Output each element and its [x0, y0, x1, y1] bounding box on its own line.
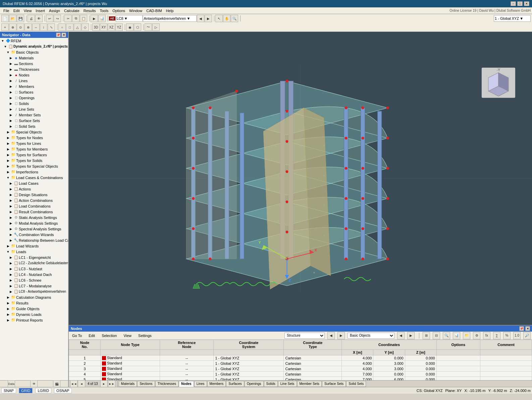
- page-next[interactable]: ►►: [108, 380, 115, 387]
- tree-types-lines[interactable]: ▶ 📁 Types for Lines: [0, 140, 68, 146]
- openings-expand[interactable]: ▶: [8, 95, 13, 101]
- navigator-header-buttons[interactable]: 📌 ✕: [56, 33, 66, 37]
- menu-results[interactable]: Results: [82, 8, 98, 13]
- tab-member-sets[interactable]: Member Sets: [297, 381, 322, 387]
- basic-objects-expand[interactable]: ▼: [5, 49, 11, 55]
- bt8[interactable]: ∑: [493, 332, 500, 339]
- tree-project[interactable]: ▼ 📋 Dynamic analysis_2.rf6* | projects W…: [0, 44, 68, 49]
- tree-solidsets[interactable]: ▶ ◻ Solid Sets: [0, 123, 68, 129]
- tree-solids[interactable]: ▶ ◻ Solids: [0, 101, 68, 106]
- table-row[interactable]: 1 Standard -- 1 - Global XYZ Cartesian 4…: [69, 355, 532, 361]
- maximize-button[interactable]: □: [517, 1, 523, 6]
- col-coord-sys[interactable]: CoordinateSystem: [214, 340, 284, 350]
- bt7[interactable]: fx: [483, 332, 490, 339]
- tool-8[interactable]: ○: [58, 23, 66, 31]
- cut-button[interactable]: ✂: [64, 15, 72, 22]
- lc4-expand[interactable]: ▶: [8, 272, 13, 277]
- bt1[interactable]: ⊞: [423, 332, 430, 339]
- tree-nodes[interactable]: ▶ ● Nodes: [0, 72, 68, 78]
- save-button[interactable]: 💾: [17, 15, 24, 22]
- lc3-expand[interactable]: ▶: [8, 266, 13, 272]
- thicknesses-expand[interactable]: ▶: [8, 66, 13, 72]
- tool-6[interactable]: ↕: [40, 23, 47, 31]
- undo-button[interactable]: ↩: [46, 15, 53, 22]
- pan-button[interactable]: ✋: [223, 15, 230, 22]
- special-objects-expand[interactable]: ▶: [5, 129, 11, 135]
- render-button[interactable]: ◉: [126, 23, 134, 31]
- tree-linesets[interactable]: ▶ / Line Sets: [0, 106, 68, 112]
- tool-3[interactable]: ⊙: [17, 23, 24, 31]
- relationship-expand[interactable]: ▶: [8, 237, 13, 243]
- surfacesets-expand[interactable]: ▶: [8, 118, 13, 123]
- types-special-expand[interactable]: ▶: [5, 163, 11, 169]
- guide-objects-expand[interactable]: ▶: [5, 306, 11, 311]
- menu-edit[interactable]: Edit: [11, 8, 22, 13]
- tree-modal-settings[interactable]: ▶ ⚙ Modal Analysis Settings: [0, 220, 68, 226]
- tree-lc6[interactable]: ▶ 📋 LC6 - Schnee: [0, 277, 68, 283]
- bottom-settings[interactable]: Settings: [136, 333, 154, 338]
- tab-lines[interactable]: Lines: [194, 381, 207, 387]
- tab-members[interactable]: Members: [207, 381, 226, 387]
- close-button[interactable]: ✕: [524, 1, 529, 6]
- tree-load-wizards[interactable]: ▶ 📁 Load Wizards: [0, 243, 68, 249]
- grid-toggle[interactable]: GRID: [19, 388, 33, 393]
- bt4[interactable]: 📊: [453, 332, 460, 339]
- tree-spectral-settings[interactable]: ▶ ⚙ Spectral Analysis Settings: [0, 226, 68, 232]
- table-row[interactable]: 4 Standard -- 1 - Global XYZ Cartesian 7…: [69, 372, 532, 377]
- tree-types-solids[interactable]: ▶ 📁 Types for Solids: [0, 158, 68, 163]
- tab-line-sets[interactable]: Line Sets: [278, 381, 297, 387]
- tab-materials[interactable]: Materials: [119, 381, 137, 387]
- tree-result-combos[interactable]: ▶ 📋 Result Combinations: [0, 209, 68, 215]
- menu-window[interactable]: Window: [127, 8, 144, 13]
- table-row[interactable]: 5 Standard -- 1 - Global XYZ Cartesian 7…: [69, 377, 532, 380]
- tab-solid-sets[interactable]: Solid Sets: [346, 381, 366, 387]
- col-coord-type[interactable]: CoordinateType: [284, 340, 342, 350]
- tree-lc4[interactable]: ▶ 📋 LC4 - Nutzlast Dach: [0, 272, 68, 277]
- tool-11[interactable]: ◇: [82, 23, 89, 31]
- bottom-selection[interactable]: Selection: [100, 333, 119, 338]
- new-button[interactable]: 📄: [1, 15, 9, 22]
- tab-surfaces[interactable]: Surfaces: [226, 381, 244, 387]
- lines-expand[interactable]: ▶: [8, 78, 13, 83]
- lgrid-toggle[interactable]: LGRID: [35, 388, 51, 393]
- col-ref-node[interactable]: ReferenceNode: [160, 340, 214, 350]
- solidsets-expand[interactable]: ▶: [8, 123, 13, 129]
- tree-members[interactable]: ▶ / Members: [0, 83, 68, 89]
- bt6[interactable]: ⚙: [473, 332, 480, 339]
- menu-options[interactable]: Options: [110, 8, 127, 13]
- tool-4[interactable]: ⊗: [24, 23, 32, 31]
- obj-prev[interactable]: ◀: [397, 332, 405, 339]
- wire-button[interactable]: ⬡: [134, 23, 141, 31]
- bt10[interactable]: 1.0: [513, 332, 521, 339]
- bt11[interactable]: 🔎: [523, 332, 531, 339]
- bt5[interactable]: 📁: [463, 332, 470, 339]
- bt2[interactable]: ⊟: [433, 332, 440, 339]
- view-yz[interactable]: YZ: [115, 23, 123, 31]
- load-wizards-expand[interactable]: ▶: [5, 243, 11, 249]
- tab-nodes[interactable]: Nodes: [179, 381, 194, 387]
- nav-right-button[interactable]: ▶: [205, 15, 212, 22]
- menu-view[interactable]: View: [22, 8, 34, 13]
- nav-view-button[interactable]: 🎬: [53, 380, 60, 387]
- open-button[interactable]: 📂: [9, 15, 16, 22]
- tab-solids[interactable]: Solids: [264, 381, 278, 387]
- objects-dropdown[interactable]: Basic Objects: [348, 333, 394, 339]
- coord-system-dropdown[interactable]: 1 - Global XYZ ▼: [494, 15, 531, 22]
- col-comment[interactable]: Comment: [480, 340, 532, 350]
- nav-pin-button[interactable]: 📌: [56, 33, 61, 37]
- tree-membersets[interactable]: ▶ / Member Sets: [0, 112, 68, 118]
- bottom-view[interactable]: View: [121, 333, 134, 338]
- tree-openings[interactable]: ▶ ◻ Openings: [0, 95, 68, 101]
- anim-button[interactable]: ▷: [152, 23, 160, 31]
- tree-calc-diagrams[interactable]: ▶ 📁 Calculation Diagrams: [0, 294, 68, 300]
- linesets-expand[interactable]: ▶: [8, 106, 13, 112]
- types-surfaces-expand[interactable]: ▶: [5, 152, 11, 158]
- col-y[interactable]: Y [m]: [373, 350, 405, 355]
- tree-printout[interactable]: ▶ 📁 Printout Reports: [0, 317, 68, 323]
- surfaces-expand[interactable]: ▶: [8, 89, 13, 95]
- lc8-expand[interactable]: ▶: [8, 289, 13, 294]
- types-members-expand[interactable]: ▶: [5, 146, 11, 152]
- tree-types-nodes[interactable]: ▶ 📁 Types for Nodes: [0, 135, 68, 140]
- print-preview-button[interactable]: 👁: [35, 15, 43, 22]
- deform-button[interactable]: 〜: [145, 23, 152, 31]
